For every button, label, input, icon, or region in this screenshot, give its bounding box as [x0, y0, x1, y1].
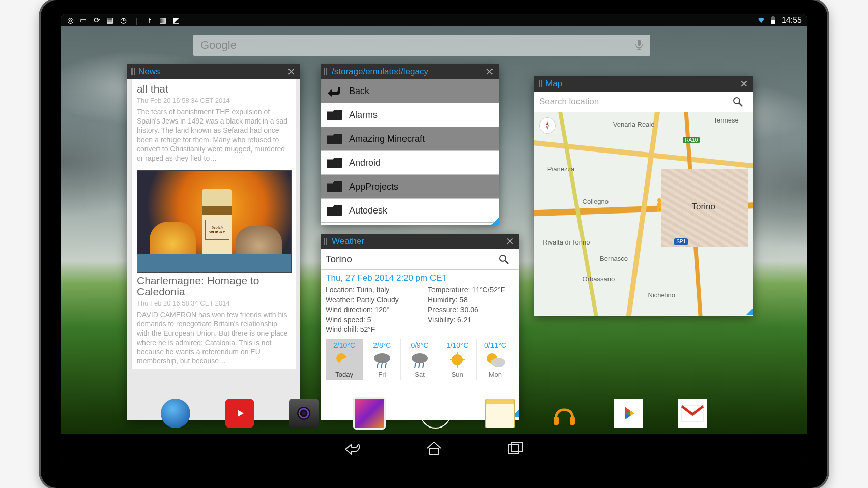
close-icon[interactable]: ✕ [501, 235, 519, 248]
clock-icon: ◷ [119, 16, 127, 24]
weather-search-input[interactable] [321, 254, 499, 265]
folder-icon [327, 157, 342, 168]
news-titlebar[interactable]: News ✕ [127, 64, 300, 79]
home-screen[interactable]: ◎ ▭ ⟳ ▤ ◷ | f ▥ ◩ 14:5 [61, 14, 807, 463]
nav-home-button[interactable] [424, 438, 444, 459]
map-label: Rivalta di Torino [543, 238, 590, 246]
news-body[interactable]: all that Thu Feb 20 16:58:34 CET 2014 Th… [127, 79, 300, 420]
svg-line-7 [505, 261, 508, 264]
play-store-app[interactable] [614, 399, 643, 428]
file-folder-row[interactable]: Alarms [321, 103, 499, 127]
svg-rect-3 [638, 40, 641, 46]
bottle-label: Scotch WHISKY [205, 220, 229, 240]
map-search-input[interactable] [534, 97, 733, 107]
news-headline: Charlemagne: Homage to Caledonia [137, 275, 291, 297]
weather-titlebar[interactable]: Weather ✕ [321, 234, 519, 249]
file-path: /storage/emulated/legacy [332, 67, 480, 77]
gallery-app[interactable] [353, 397, 386, 430]
search-icon[interactable] [733, 97, 753, 107]
nav-recent-button[interactable] [505, 438, 526, 459]
weather-window[interactable]: Weather ✕ Thu, 27 Feb 2014 2:20 pm CET L… [321, 234, 519, 417]
map-label: Bernasco [600, 255, 628, 262]
forecast-day[interactable]: 0/11°C Mon [477, 339, 514, 380]
news-window[interactable]: News ✕ all that Thu Feb 20 16:58:34 CET … [127, 64, 300, 420]
browser-app[interactable] [161, 399, 190, 428]
svg-rect-45 [509, 445, 519, 454]
map-label: Torino [692, 202, 715, 212]
file-folder-row[interactable]: Autodesk [321, 199, 499, 223]
weather-details: Location: Turin, Italy Weather: Partly C… [326, 285, 514, 335]
map-canvas[interactable]: Venaria Reale Torino Pianezza Collegno N… [534, 112, 753, 316]
forecast-day[interactable]: 2/8°C Fri [363, 339, 401, 380]
forecast-day[interactable]: 2/10°C Today [326, 339, 363, 380]
close-icon[interactable]: ✕ [480, 66, 499, 78]
drag-grip-icon[interactable] [321, 64, 332, 79]
file-folder-row[interactable]: AppProjects [321, 175, 499, 199]
svg-line-12 [381, 363, 382, 368]
drag-grip-icon[interactable] [127, 64, 138, 79]
map-title: Map [545, 79, 735, 89]
svg-point-36 [302, 411, 306, 415]
road-badge: RA10 [683, 137, 700, 143]
drag-grip-icon[interactable] [534, 76, 545, 92]
search-icon[interactable] [499, 254, 519, 264]
pegman-icon[interactable] [655, 198, 664, 212]
map-titlebar[interactable]: Map ✕ [534, 76, 753, 92]
sun-cloud-icon [484, 350, 506, 370]
map-label: Tennese [714, 116, 739, 124]
notes-app[interactable] [485, 399, 515, 428]
nav-back-button[interactable] [342, 438, 363, 459]
news-item[interactable]: Scotch WHISKY Charlemagne: Homage to Cal… [131, 166, 296, 369]
svg-marker-42 [630, 411, 634, 416]
app-drawer-button[interactable] [420, 398, 451, 429]
folder-icon [327, 181, 342, 192]
file-list[interactable]: Back Alarms Amazing Minecraft Android [321, 79, 499, 225]
resize-handle-icon[interactable] [491, 218, 499, 225]
road-badge: SP1 [674, 238, 688, 245]
forecast-day[interactable]: 0/9°C Sat [401, 339, 439, 380]
resize-handle-icon[interactable] [746, 308, 753, 315]
play-music-app[interactable] [549, 399, 579, 428]
gmail-app[interactable] [678, 399, 707, 428]
status-left-icons: ◎ ▭ ⟳ ▤ ◷ | f ▥ ◩ [66, 16, 180, 24]
svg-line-13 [385, 363, 386, 368]
svg-point-29 [657, 198, 661, 202]
svg-point-9 [340, 358, 355, 367]
drag-grip-icon[interactable] [321, 234, 332, 249]
file-label: Amazing Minecraft [349, 134, 425, 144]
file-label: Android [349, 158, 381, 168]
svg-marker-28 [546, 126, 549, 130]
svg-point-14 [412, 353, 428, 363]
nav-bar [61, 434, 807, 463]
google-search-bar[interactable]: Google [193, 35, 650, 56]
folder-icon [327, 133, 342, 144]
compass-icon[interactable] [539, 117, 556, 134]
svg-point-25 [734, 98, 740, 104]
file-titlebar[interactable]: /storage/emulated/legacy ✕ [321, 64, 499, 79]
svg-rect-46 [512, 443, 522, 452]
tablet-device-frame: ◎ ▭ ⟳ ▤ ◷ | f ▥ ◩ 14:5 [41, 0, 827, 488]
divider-icon: | [132, 16, 140, 24]
file-label: Autodesk [349, 205, 387, 216]
file-folder-row[interactable]: Android [321, 151, 499, 175]
close-icon[interactable]: ✕ [735, 78, 753, 90]
search-brand: Google [200, 39, 237, 52]
close-icon[interactable]: ✕ [282, 66, 300, 78]
file-folder-row[interactable]: Amazing Minecraft [321, 127, 499, 151]
file-browser-window[interactable]: /storage/emulated/legacy ✕ Back Alarms [321, 64, 499, 225]
svg-line-26 [739, 103, 742, 106]
news-excerpt: The tears of banishment THE expulsion of… [137, 107, 291, 163]
news-date: Thu Feb 20 16:58:34 CET 2014 [137, 299, 291, 307]
camera-app[interactable] [289, 399, 319, 428]
forecast-day[interactable]: 1/10°C Sun [439, 339, 477, 380]
rain-icon [409, 350, 431, 370]
mic-icon[interactable] [635, 40, 643, 51]
sun-cloud-icon [333, 350, 356, 370]
svg-point-18 [452, 354, 463, 365]
svg-line-11 [377, 363, 378, 368]
news-excerpt: DAVID CAMERON has won few friends with h… [137, 310, 291, 365]
news-item[interactable]: all that Thu Feb 20 16:58:34 CET 2014 Th… [131, 79, 296, 166]
youtube-app[interactable] [225, 399, 254, 428]
map-window[interactable]: Map ✕ [534, 76, 753, 315]
file-back-row[interactable]: Back [321, 79, 499, 103]
